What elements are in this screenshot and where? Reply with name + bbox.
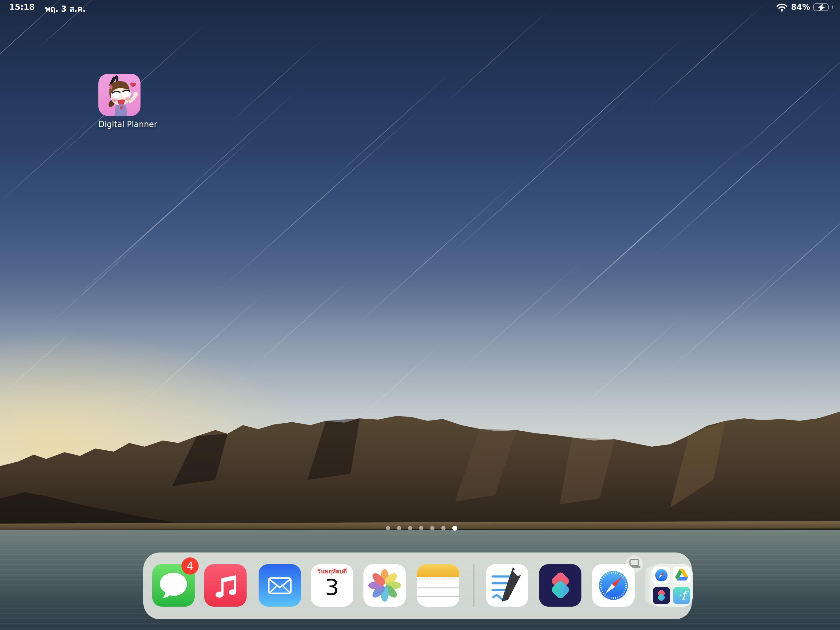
page-dot-5[interactable] — [430, 526, 434, 530]
notes-paper-icon — [417, 564, 459, 597]
dock-app-safari[interactable] — [592, 564, 635, 606]
page-dot-1[interactable] — [386, 526, 390, 530]
dock-app-photos[interactable] — [363, 564, 406, 606]
safari-compass-icon — [599, 571, 628, 600]
wallpaper-mountains — [0, 409, 840, 541]
dock-divider — [474, 564, 474, 607]
status-date[interactable]: พฤ. 3 ส.ค. — [45, 2, 86, 15]
page-dots[interactable] — [386, 526, 457, 531]
calendar-day: 3 — [325, 576, 339, 598]
stack-tile: ·f — [650, 564, 693, 606]
page-dot-3[interactable] — [408, 526, 412, 530]
status-time[interactable]: 15:18 — [9, 2, 35, 15]
battery-icon — [813, 3, 829, 11]
safari-mini-icon[interactable] — [653, 567, 670, 584]
page-dot-4[interactable] — [419, 526, 423, 530]
battery-percent: 84% — [791, 2, 810, 12]
messages-badge: 4 — [182, 557, 199, 575]
goodnotes-icon — [493, 567, 521, 602]
dock-app-shortcuts[interactable] — [539, 564, 581, 606]
app-label: Digital Planner — [98, 120, 141, 129]
photos-flower-icon — [368, 569, 401, 602]
calendar-weekday: วันพฤหัสบดี — [317, 568, 347, 574]
dock-app-music[interactable] — [204, 564, 246, 606]
shortcuts-mini-icon[interactable] — [653, 587, 670, 604]
page-dot-2[interactable] — [397, 526, 401, 530]
dock-app-mail[interactable] — [259, 564, 301, 606]
dock: 4 — [143, 552, 692, 619]
fonts-mini-icon[interactable]: ·f — [673, 587, 690, 604]
ipad-home-screen: 15:18 พฤ. 3 ส.ค. 84% — [0, 0, 840, 630]
status-bar: 15:18 พฤ. 3 ส.ค. 84% — [0, 0, 840, 15]
charging-bolt-icon — [814, 3, 829, 12]
page-dot-7[interactable] — [452, 526, 457, 531]
dock-app-calendar[interactable]: วันพฤหัสบดี 3 — [311, 564, 353, 606]
dock-app-notes[interactable] — [417, 564, 459, 606]
dock-app-goodnotes[interactable] — [486, 564, 528, 606]
page-dot-6[interactable] — [441, 526, 445, 530]
google-drive-mini-icon[interactable] — [673, 567, 690, 584]
fonts-glyph: ·f — [677, 589, 686, 602]
battery-cap — [832, 6, 833, 9]
app-digital-planner[interactable]: Digital Planner — [98, 74, 141, 129]
wifi-icon — [776, 2, 788, 12]
digital-planner-icon — [98, 74, 141, 116]
dock-app-stack[interactable]: ·f — [645, 564, 693, 606]
